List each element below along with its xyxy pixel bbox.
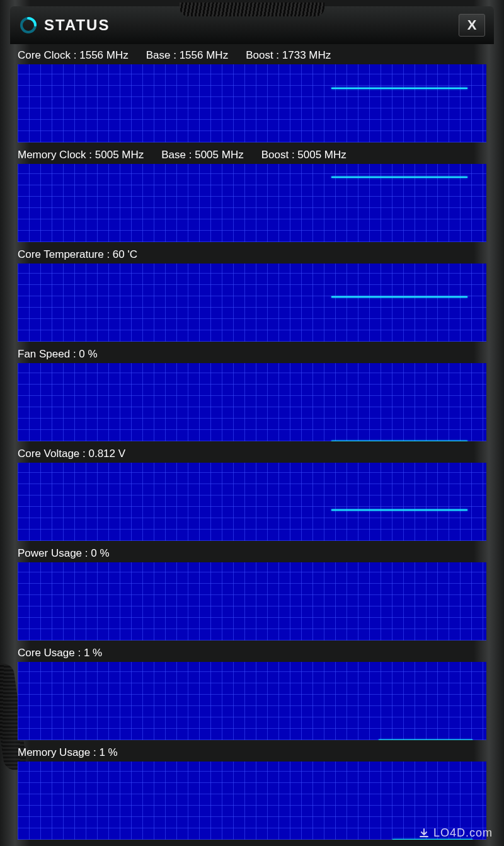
metric-label-part: Base : 1556 MHz [146, 49, 228, 62]
metric-label-part: Core Temperature : 60 'C [18, 248, 137, 261]
metric-label: Power Usage : 0 % [18, 545, 486, 562]
trace-line [379, 739, 472, 740]
watermark-text: LO4D.com [433, 826, 493, 840]
metrics-panel: Core Clock : 1556 MHzBase : 1556 MHzBoos… [10, 47, 494, 840]
metric-label-part: Boost : 1733 MHz [246, 49, 331, 62]
metric-label: Memory Usage : 1 % [18, 744, 486, 762]
metric-graph [18, 762, 486, 840]
metric-graph [18, 164, 486, 242]
metric-graph [18, 363, 486, 441]
title-wrap: STATUS [19, 16, 110, 35]
download-icon [418, 828, 430, 839]
metric-label-part: Core Usage : 1 % [18, 647, 102, 659]
metric-block: Core Usage : 1 % [18, 644, 486, 740]
metric-label: Core Voltage : 0.812 V [18, 445, 486, 463]
metric-label-part: Memory Usage : 1 % [18, 746, 118, 759]
window-frame: STATUS X Core Clock : 1556 MHzBase : 155… [0, 0, 504, 846]
metric-label-part: Memory Clock : 5005 MHz [18, 149, 144, 161]
metric-label-part: Core Clock : 1556 MHz [18, 49, 129, 62]
metric-label: Core Clock : 1556 MHzBase : 1556 MHzBoos… [18, 47, 486, 64]
metric-label-part: Base : 5005 MHz [161, 149, 243, 161]
trace-line [331, 88, 467, 89]
metric-block: Core Temperature : 60 'C [18, 246, 486, 342]
metric-block: Core Voltage : 0.812 V [18, 445, 486, 541]
watermark: LO4D.com [418, 826, 493, 840]
trace-line [331, 509, 467, 511]
metric-label-part: Fan Speed : 0 % [18, 348, 98, 361]
status-ring-icon [19, 16, 38, 35]
metric-label: Fan Speed : 0 % [18, 345, 486, 363]
metric-label: Core Usage : 1 % [18, 644, 486, 662]
metric-block: Fan Speed : 0 % [18, 345, 486, 441]
close-icon: X [467, 17, 477, 33]
window-title: STATUS [44, 16, 110, 34]
metric-label-part: Core Voltage : 0.812 V [18, 448, 125, 460]
metric-graph [18, 562, 486, 640]
metric-block: Memory Usage : 1 % [18, 744, 486, 840]
trace-line [331, 296, 467, 298]
metric-block: Power Usage : 0 % [18, 545, 486, 640]
trace-line [331, 177, 467, 178]
metric-block: Core Clock : 1556 MHzBase : 1556 MHzBoos… [18, 47, 486, 142]
metric-label-part: Boost : 5005 MHz [261, 149, 346, 161]
metric-label: Core Temperature : 60 'C [18, 246, 486, 264]
title-bar: STATUS X [10, 6, 494, 44]
metric-label: Memory Clock : 5005 MHzBase : 5005 MHzBo… [18, 146, 486, 164]
trace-line [331, 441, 467, 441]
metric-graph [18, 662, 486, 740]
metric-graph [18, 264, 486, 342]
close-button[interactable]: X [459, 14, 485, 37]
metric-block: Memory Clock : 5005 MHzBase : 5005 MHzBo… [18, 146, 486, 242]
metric-label-part: Power Usage : 0 % [18, 547, 110, 560]
metric-graph [18, 64, 486, 142]
metric-graph [18, 463, 486, 541]
